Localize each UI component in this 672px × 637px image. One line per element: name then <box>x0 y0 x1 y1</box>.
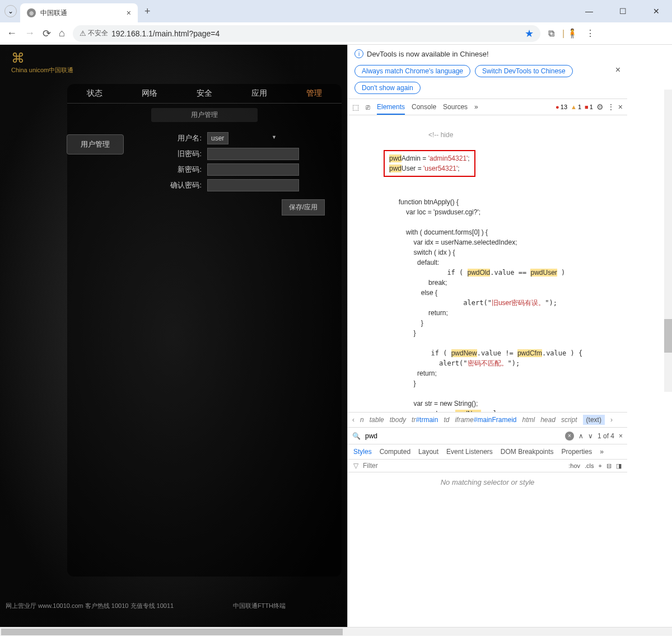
search-icon: 🔍 <box>352 432 361 440</box>
elements-breadcrumb[interactable]: ‹ n table tbody tr#trmain td iframe#main… <box>348 412 627 428</box>
styles-filter-row: ▽ :hov .cls + ⊟ ◨ <box>348 460 627 472</box>
minimize-button[interactable]: ― <box>578 7 600 16</box>
globe-icon: ⊕ <box>27 8 36 17</box>
extension-controls: ⧉ |‍ 🧍 ⋮ <box>548 28 595 39</box>
save-button[interactable]: 保存/应用 <box>282 199 325 216</box>
sub-tab-user-manage[interactable]: 用户管理 <box>151 108 258 122</box>
brand-text: China unicom中国联通 <box>11 67 73 74</box>
elements-search-bar: 🔍 × ∧ ∨ 1 of 4 × <box>348 428 627 444</box>
tab-title: 中国联通 <box>40 8 122 18</box>
address-bar[interactable]: 不安全 192.168.1.1/main.html?page=4 ★ <box>73 25 540 42</box>
more-icon[interactable]: ⋮ <box>607 102 615 111</box>
banner-close-icon[interactable]: × <box>615 65 620 75</box>
reload-button[interactable]: ⟳ <box>43 27 51 40</box>
info-icon: i <box>354 49 363 58</box>
warnings-badge[interactable]: 1 <box>571 104 581 110</box>
horizontal-scrollbar[interactable] <box>0 627 672 636</box>
sidebar-toggle-icon[interactable]: ◨ <box>616 462 622 470</box>
close-devtools-icon[interactable]: × <box>618 102 623 111</box>
home-button[interactable]: ⌂ <box>59 27 65 39</box>
tab-network[interactable]: 网络 <box>122 84 177 103</box>
window-controls: ― ☐ ✕ <box>578 7 668 16</box>
newpwd-label: 新密码: <box>168 165 207 175</box>
browser-tab[interactable]: ⊕ 中国联通 × <box>20 3 138 22</box>
footer-left: 网上营业厅 www.10010.com 客户热线 10010 充值专线 1001… <box>6 602 174 610</box>
tab-styles[interactable]: Styles <box>353 448 372 456</box>
search-next-icon[interactable]: ∨ <box>588 432 593 440</box>
confirmpwd-label: 确认密码: <box>168 180 207 190</box>
confirmpwd-input[interactable] <box>207 179 299 191</box>
new-rule-icon[interactable]: + <box>599 462 602 470</box>
logo-icon: ⌘ <box>11 50 73 67</box>
devtools-language-banner: i DevTools is now available in Chinese! <box>348 45 627 63</box>
tab-dom-breakpoints[interactable]: DOM Breakpoints <box>501 448 554 456</box>
tab-elements[interactable]: Elements <box>377 103 405 115</box>
new-tab-button[interactable]: + <box>144 6 151 17</box>
clear-search-icon[interactable]: × <box>565 432 574 441</box>
url-text: 192.168.1.1/main.html?page=4 <box>111 29 220 38</box>
tab-sources[interactable]: Sources <box>443 103 468 111</box>
forward-button[interactable]: → <box>25 27 35 39</box>
tab-computed[interactable]: Computed <box>380 448 410 456</box>
tab-console[interactable]: Console <box>412 103 436 111</box>
inspect-icon[interactable]: ⬚ <box>352 103 359 111</box>
sidebar-user-manage[interactable]: 用户管理 <box>67 134 124 154</box>
username-select[interactable]: user <box>207 132 228 144</box>
devtools-language-chips: Always match Chrome's language Switch De… <box>348 63 627 99</box>
newpwd-input[interactable] <box>207 163 299 176</box>
tab-security[interactable]: 安全 <box>177 84 232 103</box>
styles-tabs: Styles Computed Layout Event Listeners D… <box>348 444 627 460</box>
main-nav-tabs: 状态 网络 安全 应用 管理 <box>67 84 342 104</box>
insecure-badge: 不安全 <box>80 29 108 38</box>
no-matching-selector: No matching selector or style <box>348 472 627 492</box>
devtools-main-tabs: ⬚ ⎚ Elements Console Sources » 13 1 1 ⚙ … <box>348 99 627 115</box>
chip-switch-chinese[interactable]: Switch DevTools to Chinese <box>475 65 573 77</box>
tab-status[interactable]: 状态 <box>67 84 122 103</box>
banner-text: DevTools is now available in Chinese! <box>367 50 489 58</box>
username-label: 用户名: <box>168 133 207 143</box>
close-icon[interactable]: × <box>127 8 131 17</box>
issues-badge[interactable]: 1 <box>585 104 593 110</box>
hov-button[interactable]: :hov <box>568 462 580 470</box>
breadcrumb-left-icon[interactable]: ‹ <box>352 416 354 424</box>
extensions-icon[interactable]: ⧉ <box>548 29 554 39</box>
tab-apps[interactable]: 应用 <box>232 84 287 103</box>
breadcrumb-right-icon[interactable]: › <box>610 416 613 424</box>
device-icon[interactable]: ⎚ <box>366 103 370 111</box>
browser-tab-strip: ⌄ ⊕ 中国联通 × + ― ☐ ✕ <box>0 0 672 22</box>
bookmark-star-icon[interactable]: ★ <box>525 27 534 40</box>
tab-manage[interactable]: 管理 <box>287 84 342 103</box>
oldpwd-label: 旧密码: <box>168 149 207 159</box>
maximize-button[interactable]: ☐ <box>612 7 634 16</box>
elements-code-view[interactable]: <!-- hide pwdAdmin = 'admin54321'; pwdUs… <box>348 115 627 412</box>
search-close-icon[interactable]: × <box>619 432 623 440</box>
cls-button[interactable]: .cls <box>585 462 594 470</box>
settings-icon[interactable]: ⚙ <box>596 102 604 111</box>
back-button[interactable]: ← <box>7 27 17 39</box>
browser-toolbar: ← → ⟳ ⌂ 不安全 192.168.1.1/main.html?page=4… <box>0 22 672 45</box>
tab-search-button[interactable]: ⌄ <box>4 5 17 17</box>
errors-badge[interactable]: 13 <box>556 104 567 110</box>
menu-icon[interactable]: ⋮ <box>586 28 595 39</box>
footer-right: 中国联通FTTH终端 <box>233 602 286 610</box>
profile-icon[interactable]: |‍ 🧍 <box>562 28 578 39</box>
computed-toggle-icon[interactable]: ⊟ <box>606 462 612 470</box>
tab-event-listeners[interactable]: Event Listeners <box>446 448 493 456</box>
search-input[interactable] <box>365 432 561 440</box>
router-admin-page: ⌘ China unicom中国联通 状态 网络 安全 应用 管理 用户管理 用… <box>0 45 347 627</box>
tab-layout[interactable]: Layout <box>418 448 438 456</box>
close-window-button[interactable]: ✕ <box>645 7 668 16</box>
router-card: 状态 网络 安全 应用 管理 用户管理 用户管理 用户名: user 旧密码: … <box>67 84 342 577</box>
search-count: 1 of 4 <box>598 432 614 440</box>
tab-properties[interactable]: Properties <box>562 448 592 456</box>
chip-always-match[interactable]: Always match Chrome's language <box>354 65 470 77</box>
page-footer: 网上营业厅 www.10010.com 客户热线 10010 充值专线 1001… <box>6 602 342 610</box>
filter-icon: ▽ <box>353 462 358 470</box>
styles-filter-input[interactable] <box>363 462 564 470</box>
code-scrollbar[interactable] <box>664 90 672 392</box>
oldpwd-input[interactable] <box>207 148 299 160</box>
search-prev-icon[interactable]: ∧ <box>578 432 584 440</box>
styles-more-icon[interactable]: » <box>600 448 604 456</box>
tabs-more-icon[interactable]: » <box>474 103 478 111</box>
chip-dont-show[interactable]: Don't show again <box>354 82 421 94</box>
